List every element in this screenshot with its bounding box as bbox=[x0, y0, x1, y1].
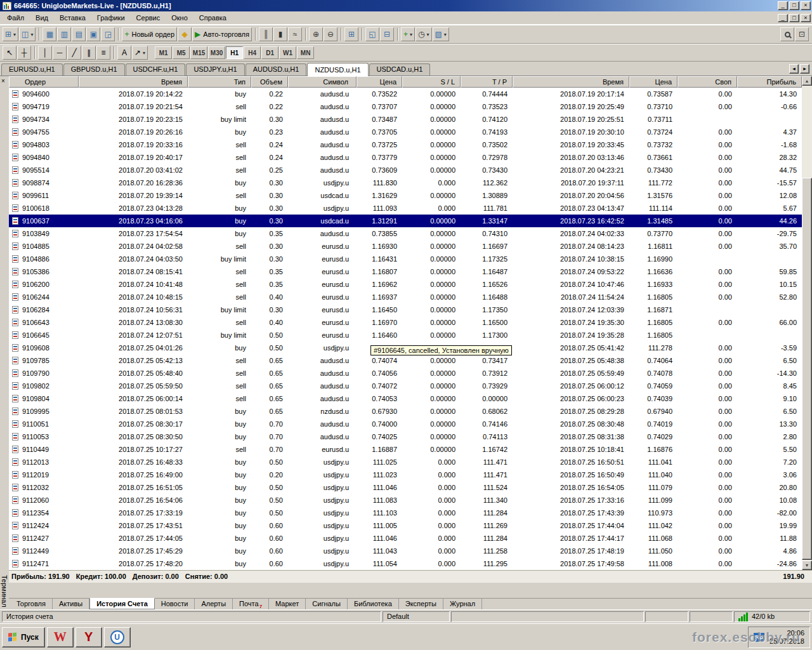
indicators-button[interactable]: +▾ bbox=[401, 27, 415, 41]
fibonacci-button[interactable]: ≡ bbox=[96, 46, 110, 60]
table-row[interactable]: 91100512018.07.25 08:30:17buy0.70audusd.… bbox=[9, 418, 802, 430]
table-row[interactable]: 91120192018.07.25 16:49:00buy0.20usdjpy.… bbox=[9, 468, 802, 481]
column-header-order[interactable]: Ордер bbox=[9, 76, 79, 88]
table-row[interactable]: 91120602018.07.25 16:54:06buy0.50usdjpy.… bbox=[9, 494, 802, 507]
scrollbar-up-button[interactable]: ▲ bbox=[802, 76, 812, 86]
terminal-close-button[interactable]: × bbox=[1, 78, 5, 84]
scrollbar-thumb[interactable] bbox=[802, 178, 812, 560]
close-button[interactable]: × bbox=[801, 1, 811, 10]
equidistant-channel-button[interactable]: ∥ bbox=[82, 46, 96, 60]
chart-line-button[interactable]: ≈ bbox=[288, 27, 302, 41]
timeframe-w1-button[interactable]: W1 bbox=[279, 46, 296, 59]
column-header-volume[interactable]: Объем bbox=[251, 76, 288, 88]
column-header-close-time[interactable]: Время bbox=[513, 76, 629, 88]
table-row[interactable]: 91124242018.07.25 17:43:51buy0.60usdjpy.… bbox=[9, 519, 802, 532]
quicklaunch-word-button[interactable]: W bbox=[47, 627, 74, 647]
menu-item-window[interactable]: Окно bbox=[166, 13, 193, 23]
table-row[interactable]: 91098022018.07.25 05:59:50sell0.65audusd… bbox=[9, 380, 802, 392]
chart-tab-usdchf-u-h1[interactable]: USDCHF.u,H1 bbox=[126, 63, 186, 76]
tab-account-history[interactable]: История Счета bbox=[89, 598, 155, 609]
chart-tab-gbpusd-u-h1[interactable]: GBPUSD.u,H1 bbox=[63, 63, 125, 76]
chart-candles-button[interactable]: ▮ bbox=[273, 27, 287, 41]
timeframe-m5-button[interactable]: M5 bbox=[173, 46, 190, 59]
column-header-type[interactable]: Тип bbox=[188, 76, 251, 88]
menu-item-help[interactable]: Справка bbox=[193, 13, 232, 23]
chart-bars-button[interactable]: ║ bbox=[259, 27, 273, 41]
table-row[interactable]: 91098042018.07.25 06:00:14sell0.65audusd… bbox=[9, 392, 802, 405]
tab-alerts[interactable]: Алерты bbox=[195, 599, 233, 609]
new-order-button[interactable]: +Новый ордер bbox=[122, 27, 177, 41]
tab-signals[interactable]: Сигналы bbox=[306, 599, 348, 609]
chart-tab-audusd-u-h1[interactable]: AUDUSD.u,H1 bbox=[246, 63, 307, 76]
column-header-symbol[interactable]: Символ bbox=[288, 76, 357, 88]
tab-assets[interactable]: Активы bbox=[53, 599, 89, 609]
table-row[interactable]: 91097852018.07.25 05:42:13sell0.65audusd… bbox=[9, 354, 802, 367]
autotrading-button[interactable]: ▶Авто-торговля bbox=[192, 27, 252, 41]
table-row[interactable]: 91124492018.07.25 17:45:29buy0.60usdjpy.… bbox=[9, 545, 802, 557]
column-header-stop-loss[interactable]: S / L bbox=[402, 76, 461, 88]
table-row[interactable]: 91038492018.07.23 17:54:54buy0.35audusd.… bbox=[9, 227, 802, 240]
chevron-down-icon[interactable]: ▾ bbox=[13, 32, 16, 37]
search-button[interactable] bbox=[780, 27, 794, 41]
menu-item-insert[interactable]: Вставка bbox=[54, 13, 91, 23]
tab-market[interactable]: Маркет bbox=[269, 599, 306, 609]
table-row[interactable]: 90947552018.07.19 20:26:16buy0.23audusd.… bbox=[9, 126, 802, 138]
table-row[interactable]: 91124272018.07.25 17:44:05buy0.60usdjpy.… bbox=[9, 532, 802, 545]
horizontal-line-button[interactable]: ─ bbox=[53, 46, 67, 60]
metaeditor-button[interactable]: ◆ bbox=[178, 27, 192, 41]
table-row[interactable]: 91053862018.07.24 08:15:41sell0.35eurusd… bbox=[9, 265, 802, 278]
app-icon[interactable] bbox=[3, 2, 11, 10]
minimize-button[interactable]: _ bbox=[778, 1, 788, 10]
navigator-button[interactable]: ▤ bbox=[72, 27, 86, 41]
table-row[interactable]: 91048862018.07.24 04:03:50buy limit0.30e… bbox=[9, 253, 802, 265]
chart-tab-usdjpy-u-h1[interactable]: USDJPY.u,H1 bbox=[186, 63, 244, 76]
new-chart-button[interactable]: ⊞▾ bbox=[3, 27, 18, 41]
column-header-profit[interactable]: Прибыль bbox=[737, 76, 802, 88]
timeframe-mn-button[interactable]: MN bbox=[297, 46, 314, 59]
chart-tab-nzdusd-u-h1[interactable]: NZDUSD.u,H1 bbox=[307, 63, 368, 76]
table-row[interactable]: 90947192018.07.19 20:21:54sell0.22audusd… bbox=[9, 100, 802, 113]
status-connection[interactable]: 42/0 kb bbox=[734, 611, 810, 622]
chevron-down-icon[interactable]: ▾ bbox=[444, 32, 447, 37]
chevron-down-icon[interactable]: ▾ bbox=[30, 32, 33, 37]
tabs-scroll-right-button[interactable]: ▸ bbox=[800, 64, 809, 74]
child-close-button[interactable]: × bbox=[801, 14, 811, 22]
table-row[interactable]: 91066452018.07.24 12:07:51buy limit0.50e… bbox=[9, 329, 802, 342]
table-row[interactable]: 91123542018.07.25 17:33:19buy0.50usdjpy.… bbox=[9, 507, 802, 519]
table-row[interactable]: 91100532018.07.25 08:30:50buy0.70audusd.… bbox=[9, 430, 802, 443]
table-row[interactable]: 91066432018.07.24 13:08:30sell0.40eurusd… bbox=[9, 316, 802, 329]
zoom-out-button[interactable]: ⊖ bbox=[324, 27, 337, 41]
table-row[interactable]: 91006182018.07.23 04:13:28buy0.30usdjpy.… bbox=[9, 202, 802, 215]
trendline-button[interactable]: ╱ bbox=[67, 46, 81, 60]
table-row[interactable]: 91120322018.07.25 16:51:05buy0.50usdjpy.… bbox=[9, 481, 802, 494]
profiles-button[interactable]: ◫▾ bbox=[19, 27, 36, 41]
menu-item-charts[interactable]: Графики bbox=[91, 13, 131, 23]
table-row[interactable]: 91099952018.07.25 08:01:53buy0.65nzdusd.… bbox=[9, 405, 802, 418]
menu-item-service[interactable]: Сервис bbox=[131, 13, 166, 23]
table-row[interactable]: 90947342018.07.19 20:23:15buy limit0.30a… bbox=[9, 113, 802, 126]
chart-tab-usdcad-u-h1[interactable]: USDCAD.u,H1 bbox=[369, 63, 431, 76]
print-button[interactable]: ⊡ bbox=[795, 27, 809, 41]
tabs-scroll-left-button[interactable]: ◂ bbox=[789, 64, 799, 74]
chevron-down-icon[interactable]: ▾ bbox=[143, 50, 145, 56]
column-header-open-price[interactable]: Цена bbox=[357, 76, 402, 88]
zoom-in-button[interactable]: ⊕ bbox=[309, 27, 323, 41]
quicklaunch-uniglobe-button[interactable]: U bbox=[104, 627, 131, 647]
table-row[interactable]: 91120132018.07.25 16:48:33buy0.50usdjpy.… bbox=[9, 456, 802, 468]
table-row[interactable]: 90955142018.07.20 03:41:02sell0.25audusd… bbox=[9, 164, 802, 176]
child-minimize-button[interactable]: _ bbox=[778, 14, 788, 22]
start-button[interactable]: Пуск bbox=[2, 627, 45, 647]
text-label-button[interactable]: A bbox=[117, 46, 131, 60]
table-row[interactable]: 91062442018.07.24 10:48:15sell0.40eurusd… bbox=[9, 291, 802, 303]
column-header-close-price[interactable]: Цена bbox=[629, 76, 678, 88]
status-profile[interactable]: Default bbox=[383, 611, 450, 622]
tile-windows-button[interactable]: ⊞ bbox=[344, 27, 358, 41]
periods-button[interactable]: ◷▾ bbox=[416, 27, 432, 41]
table-row[interactable]: 90948402018.07.19 20:40:17sell0.24audusd… bbox=[9, 151, 802, 164]
tab-library[interactable]: Библиотека bbox=[348, 599, 399, 609]
timeframe-m1-button[interactable]: M1 bbox=[155, 46, 172, 59]
chevron-down-icon[interactable]: ▾ bbox=[410, 32, 412, 37]
table-row[interactable]: 91062002018.07.24 10:41:48sell0.35eurusd… bbox=[9, 278, 802, 291]
table-row[interactable]: 90988742018.07.20 16:28:36buy0.30usdjpy.… bbox=[9, 176, 802, 189]
restore-button[interactable]: □ bbox=[789, 1, 799, 10]
